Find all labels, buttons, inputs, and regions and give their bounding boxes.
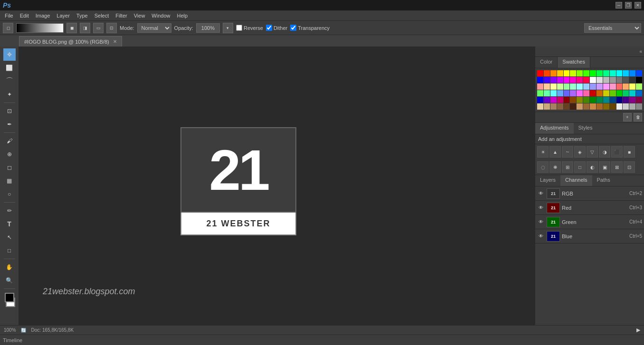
channel-row-blue[interactable]: 👁 21 Blue Ctrl+5 (535, 229, 644, 243)
swatch[interactable] (544, 90, 550, 96)
swatch[interactable] (590, 97, 596, 103)
foreground-color-swatch[interactable] (5, 293, 14, 302)
swatch[interactable] (564, 90, 570, 96)
swatch[interactable] (544, 70, 550, 76)
swatch[interactable] (550, 90, 557, 96)
zoom-tool[interactable]: 🔍 (3, 274, 16, 287)
swatch[interactable] (610, 77, 616, 83)
menu-type[interactable]: Type (74, 12, 91, 19)
color-lookup-icon[interactable]: ⊞ (562, 161, 573, 173)
swatch[interactable] (577, 90, 583, 96)
swatch[interactable] (623, 97, 629, 103)
swatch[interactable] (590, 70, 596, 76)
swatch[interactable] (570, 70, 576, 76)
menu-image[interactable]: Image (33, 12, 53, 19)
swatch[interactable] (583, 70, 589, 76)
swatch[interactable] (603, 77, 609, 83)
swatch[interactable] (550, 70, 557, 76)
restore-button[interactable]: ❐ (625, 2, 632, 9)
swatch[interactable] (577, 77, 583, 83)
channel-row-green[interactable]: 👁 21 Green Ctrl+4 (535, 215, 644, 229)
create-swatch-button[interactable]: + (623, 113, 632, 121)
swatch[interactable] (603, 84, 609, 90)
swatch[interactable] (550, 77, 557, 83)
tool-options-icon-3[interactable]: ◨ (80, 23, 90, 33)
swatch[interactable] (616, 70, 623, 76)
close-tab-icon[interactable]: ✕ (113, 39, 117, 44)
swatch[interactable] (629, 103, 635, 110)
swatch[interactable] (597, 70, 603, 76)
swatch[interactable] (636, 70, 642, 76)
dodge-tool[interactable]: ○ (3, 188, 16, 200)
swatch[interactable] (544, 77, 550, 83)
close-button[interactable]: ✕ (635, 2, 641, 9)
swatch[interactable] (557, 84, 563, 90)
vibrance-icon[interactable]: ▽ (587, 146, 598, 158)
swatch[interactable] (550, 103, 557, 110)
levels-icon[interactable]: ▲ (549, 146, 561, 158)
swatch[interactable] (564, 70, 570, 76)
swatch[interactable] (636, 84, 642, 90)
lasso-tool[interactable]: ⌒ (3, 75, 16, 87)
channel-row-rgb[interactable]: 👁 21 RGB Ctrl+2 (535, 186, 644, 201)
tab-swatches[interactable]: Swatches (558, 57, 590, 68)
swatch[interactable] (583, 77, 589, 83)
swatch[interactable] (597, 84, 603, 90)
channel-mixer-icon[interactable]: ❋ (549, 161, 561, 173)
swatch[interactable] (623, 90, 629, 96)
swatch[interactable] (616, 103, 623, 110)
delete-swatch-button[interactable]: 🗑 (634, 113, 642, 121)
swatch[interactable] (557, 103, 563, 110)
swatch[interactable] (629, 70, 635, 76)
black-white-icon[interactable]: ■ (624, 146, 635, 158)
clone-tool[interactable]: ⊕ (3, 148, 16, 160)
eye-icon-red[interactable]: 👁 (537, 204, 545, 212)
menu-view[interactable]: View (131, 12, 148, 19)
status-arrow[interactable]: ▶ (636, 327, 640, 333)
swatch[interactable] (564, 84, 570, 90)
tool-options-icon-4[interactable]: ▭ (93, 23, 104, 33)
swatch[interactable] (610, 70, 616, 76)
magic-wand-tool[interactable]: ✦ (3, 88, 16, 101)
swatch[interactable] (629, 90, 635, 96)
swatch[interactable] (583, 90, 589, 96)
curves-icon[interactable]: ～ (562, 146, 573, 158)
hand-tool[interactable]: ✋ (3, 261, 16, 273)
swatch[interactable] (616, 84, 623, 90)
opacity-input[interactable] (196, 23, 220, 33)
swatch[interactable] (570, 103, 576, 110)
document-tab[interactable]: #IOGO BLOG.png @ 100% (RGB/8) ✕ (19, 36, 122, 47)
swatch[interactable] (636, 90, 642, 96)
swatch[interactable] (557, 70, 563, 76)
swatch[interactable] (570, 90, 576, 96)
swatch[interactable] (603, 103, 609, 110)
swatch[interactable] (629, 97, 635, 103)
tab-layers[interactable]: Layers (535, 175, 560, 186)
swatch[interactable] (636, 97, 642, 103)
pen-tool[interactable]: ✏ (3, 205, 16, 217)
swatch[interactable] (610, 97, 616, 103)
essentials-select[interactable]: Essentials Design Photography (584, 23, 641, 33)
reverse-checkbox[interactable] (236, 25, 242, 31)
gradient-map-icon[interactable]: ⊠ (611, 161, 623, 173)
swatch[interactable] (537, 77, 543, 83)
swatch[interactable] (603, 97, 609, 103)
eye-icon-green[interactable]: 👁 (537, 218, 545, 226)
gradient-tool[interactable]: ▦ (3, 175, 16, 187)
channel-row-red[interactable]: 👁 21 Red Ctrl+3 (535, 201, 644, 215)
status-info-icon[interactable]: 🔄 (20, 326, 28, 334)
swatch[interactable] (570, 77, 576, 83)
threshold-icon[interactable]: ▣ (599, 161, 610, 173)
tab-paths[interactable]: Paths (592, 175, 615, 186)
swatch[interactable] (629, 77, 635, 83)
hue-saturation-icon[interactable]: ◑ (599, 146, 610, 158)
gradient-preview[interactable] (16, 23, 64, 33)
tool-options-icon-1[interactable]: ◻ (3, 23, 13, 33)
swatch[interactable] (597, 77, 603, 83)
swatch[interactable] (603, 70, 609, 76)
swatch[interactable] (537, 90, 543, 96)
color-balance-icon[interactable]: ⬛ (611, 146, 623, 158)
tab-styles[interactable]: Styles (574, 123, 597, 134)
swatch[interactable] (557, 97, 563, 103)
swatch[interactable] (636, 77, 642, 83)
